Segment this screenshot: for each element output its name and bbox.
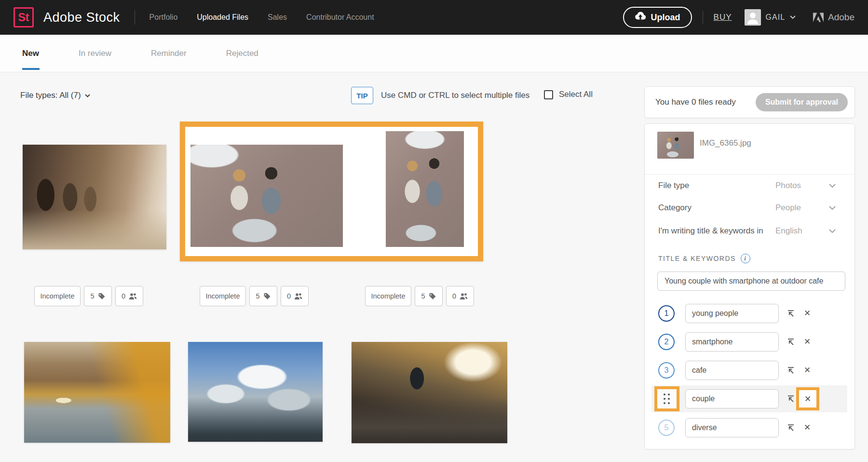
main-nav: Portfolio Uploaded Files Sales Contribut… xyxy=(149,13,374,22)
keyword-count: 5 xyxy=(90,292,94,300)
keyword-row: 2 ✕ xyxy=(645,332,854,352)
move-to-top-icon[interactable] xyxy=(787,423,795,432)
file-type-dropdown[interactable]: File type Photos xyxy=(645,177,854,194)
keyword-count-badge[interactable]: 5 xyxy=(415,286,443,306)
status-badge[interactable]: Incomplete xyxy=(34,286,81,306)
thumbnail-stone-archway[interactable] xyxy=(23,145,166,249)
people-icon xyxy=(129,293,137,300)
tab-rejected[interactable]: Rejected xyxy=(226,35,258,72)
keyword-rank-circle: 1 xyxy=(658,305,675,322)
language-value: English xyxy=(775,226,802,236)
status-badge[interactable]: Incomplete xyxy=(200,286,246,306)
keyword-input[interactable] xyxy=(685,304,779,323)
drag-handle-highlight[interactable] xyxy=(654,386,679,411)
select-all-label: Select All xyxy=(559,90,593,99)
model-count-badge[interactable]: 0 xyxy=(281,286,309,306)
remove-keyword-icon: ✕ xyxy=(804,394,811,404)
thumbnail-autumn-lake-canoe[interactable] xyxy=(24,342,170,443)
nav-contributor-account[interactable]: Contributor Account xyxy=(306,13,374,22)
title-input[interactable] xyxy=(657,272,845,291)
files-ready-text: You have 0 files ready xyxy=(655,97,736,107)
buy-link[interactable]: BUY xyxy=(714,13,732,22)
move-to-top-icon[interactable] xyxy=(787,366,795,375)
model-count-badge[interactable]: 0 xyxy=(446,286,474,306)
file-types-label: File types: All (7) xyxy=(20,91,81,100)
section-title-text: TITLE & KEYWORDS xyxy=(658,255,736,262)
title-keywords-section-header: TITLE & KEYWORDS i xyxy=(658,254,750,263)
keyword-input[interactable] xyxy=(685,389,779,408)
move-to-top-icon[interactable] xyxy=(787,394,795,403)
tip-text: Use CMD or CTRL to select multiple files xyxy=(381,91,529,100)
tab-in-review[interactable]: In review xyxy=(79,35,111,72)
file-status-badges: Incomplete 5 0 xyxy=(34,286,143,306)
move-to-top-icon[interactable] xyxy=(787,338,795,346)
select-all-control[interactable]: Select All xyxy=(544,90,593,99)
people-icon xyxy=(294,293,302,300)
keyword-row: 3 ✕ xyxy=(645,361,854,380)
remove-keyword-highlight[interactable]: ✕ xyxy=(796,387,819,410)
category-dropdown[interactable]: Category People xyxy=(645,200,854,216)
file-type-value: Photos xyxy=(775,181,801,190)
brand-title: Adobe Stock xyxy=(43,10,120,25)
avatar xyxy=(745,9,761,26)
selected-filename: IMG_6365.jpg xyxy=(700,138,751,148)
language-dropdown[interactable]: I'm writing title & keywords in English xyxy=(645,223,854,239)
language-label: I'm writing title & keywords in xyxy=(658,226,763,236)
adobe-logo-label: Adobe xyxy=(828,12,854,23)
submit-for-approval-button[interactable]: Submit for approval xyxy=(756,93,848,111)
user-name: GAIL xyxy=(766,13,785,22)
header-divider xyxy=(135,10,135,25)
file-types-filter[interactable]: File types: All (7) xyxy=(20,91,90,100)
thumbnail-couple-cafe-portrait[interactable] xyxy=(386,131,464,247)
nav-portfolio[interactable]: Portfolio xyxy=(149,13,178,22)
adobe-a-icon xyxy=(813,13,824,22)
thumbnail-couple-cafe-landscape[interactable] xyxy=(190,145,343,247)
keyword-input[interactable] xyxy=(685,361,779,380)
category-value: People xyxy=(775,203,801,213)
model-count-badge[interactable]: 0 xyxy=(115,286,143,306)
keyword-rank-circle: 2 xyxy=(658,334,675,350)
keyword-input[interactable] xyxy=(685,418,779,437)
panel-divider xyxy=(645,174,854,175)
keyword-input[interactable] xyxy=(685,332,779,352)
chevron-down-icon xyxy=(829,206,836,210)
nav-uploaded-files[interactable]: Uploaded Files xyxy=(197,13,248,22)
adobe-corporate-logo[interactable]: Adobe xyxy=(813,12,854,23)
tag-icon xyxy=(429,292,436,300)
chevron-down-icon xyxy=(829,184,836,188)
info-icon[interactable]: i xyxy=(741,254,750,263)
keyword-row-dragging: ✕ xyxy=(645,389,854,408)
file-status-badges: Incomplete 5 0 xyxy=(200,286,309,306)
thumbnail-cyclist-road[interactable] xyxy=(352,342,507,443)
adobe-stock-logo[interactable]: St xyxy=(14,7,34,27)
tab-reminder[interactable]: Reminder xyxy=(151,35,187,72)
keyword-count-badge[interactable]: 5 xyxy=(249,286,277,306)
selected-file-thumbnail[interactable] xyxy=(657,132,694,159)
remove-keyword-icon[interactable]: ✕ xyxy=(804,337,811,347)
cloud-upload-icon xyxy=(635,12,646,23)
file-type-label: File type xyxy=(658,181,689,190)
status-badge[interactable]: Incomplete xyxy=(365,286,411,306)
thumbnail-storm-clouds-lake[interactable] xyxy=(188,342,323,442)
status-tabs: New In review Reminder Rejected xyxy=(0,35,868,72)
keyword-count-badge[interactable]: 5 xyxy=(84,286,112,306)
chevron-down-icon xyxy=(790,15,796,19)
remove-keyword-icon[interactable]: ✕ xyxy=(804,422,811,433)
model-count: 0 xyxy=(122,292,125,300)
upload-button[interactable]: Upload xyxy=(623,7,692,28)
tab-new[interactable]: New xyxy=(22,35,39,72)
chevron-down-icon xyxy=(829,229,836,233)
remove-keyword-icon[interactable]: ✕ xyxy=(804,365,811,375)
select-all-checkbox[interactable] xyxy=(544,90,553,99)
model-count: 0 xyxy=(452,292,456,300)
remove-keyword-icon[interactable]: ✕ xyxy=(804,308,811,318)
upload-button-label: Upload xyxy=(651,13,680,23)
tag-icon xyxy=(263,292,271,300)
tag-icon xyxy=(98,292,106,300)
model-count: 0 xyxy=(287,292,291,300)
nav-sales[interactable]: Sales xyxy=(268,13,287,22)
file-status-badges: Incomplete 5 0 xyxy=(365,286,474,306)
move-to-top-icon[interactable] xyxy=(787,309,795,318)
ready-summary-card: You have 0 files ready Submit for approv… xyxy=(644,86,855,118)
user-menu[interactable]: GAIL xyxy=(745,9,796,26)
